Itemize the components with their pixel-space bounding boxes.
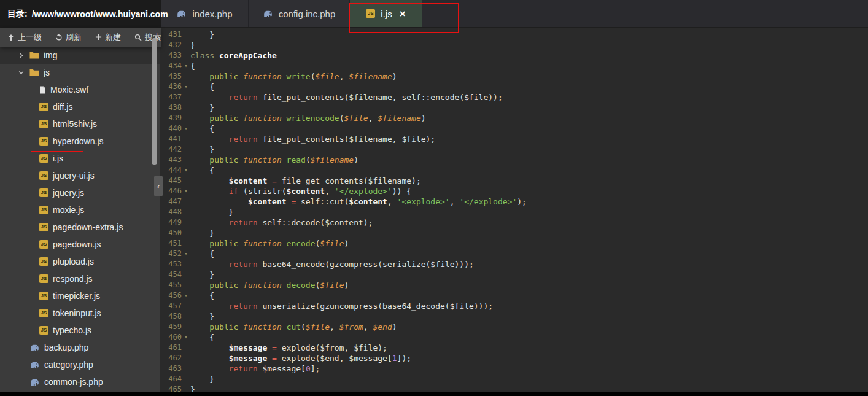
tree-item-label: jquery.js [53, 188, 84, 198]
code-line-455[interactable]: 455 public function decode($file) [161, 280, 868, 290]
tab-label: i.js [381, 9, 392, 19]
tab-label: index.php [192, 9, 232, 19]
js-file-icon: JS [39, 188, 48, 197]
fold-gutter [182, 134, 190, 144]
line-number: 462 [161, 353, 182, 363]
code-line-449[interactable]: 449 return self::decode($content); [161, 217, 868, 228]
tree-item-tokeninput.js[interactable]: JStokeninput.js [0, 305, 160, 322]
tree-item-label: category.php [44, 360, 93, 370]
code-line-445[interactable]: 445 $content = file_get_contents($filena… [161, 176, 868, 186]
tab-index.php[interactable]: index.php [161, 0, 249, 27]
code-line-442[interactable]: 442 } [161, 144, 868, 155]
tree-indent [26, 309, 35, 317]
code-line-text: public function cut($file, $from, $end) [190, 322, 397, 332]
chevron-right-icon[interactable] [17, 51, 25, 60]
line-number: 459 [161, 322, 182, 332]
code-line-440[interactable]: 440▾ { [161, 123, 868, 134]
line-number: 457 [161, 301, 182, 311]
fold-marker-icon[interactable]: ▾ [182, 332, 190, 343]
tree-item-moxie.js[interactable]: JSmoxie.js [0, 201, 160, 219]
tree-item-js[interactable]: js [0, 64, 160, 81]
tree-item-backup.php[interactable]: backup.php [0, 339, 160, 356]
code-line-text: if (stristr($content, '</explode>')) { [190, 186, 411, 196]
code-line-438[interactable]: 438 } [161, 103, 868, 113]
tree-item-common-js.php[interactable]: common-js.php [0, 373, 160, 390]
tree-item-html5shiv.js[interactable]: JShtml5shiv.js [0, 115, 160, 133]
code-line-text: return file_put_contents($filename, self… [190, 92, 503, 103]
refresh-button[interactable]: 刷新 [55, 32, 82, 43]
fold-marker-icon[interactable]: ▾ [182, 290, 190, 301]
tree-item-plupload.js[interactable]: JSplupload.js [0, 253, 160, 270]
refresh-label: 刷新 [66, 32, 82, 43]
tree-item-typecho.js[interactable]: JStypecho.js [0, 322, 160, 339]
tab-config.inc.php[interactable]: config.inc.php [249, 0, 350, 27]
line-number: 458 [161, 311, 182, 322]
code-editor[interactable]: 431 }432}433class coreAppCache434▾{435 p… [161, 28, 868, 396]
sidebar-collapse-handle[interactable]: ‹ [154, 176, 163, 196]
chevron-down-icon[interactable] [17, 68, 25, 77]
code-line-446[interactable]: 446▾ if (stristr($content, '</explode>')… [161, 186, 868, 196]
sidebar-scrollbar[interactable] [152, 38, 157, 165]
code-line-text: } [190, 270, 214, 280]
new-file-button[interactable]: 新建 [95, 32, 121, 43]
code-line-451[interactable]: 451 public function encode($file) [161, 238, 868, 249]
tree-item-diff.js[interactable]: JSdiff.js [0, 98, 160, 115]
tree-indent [17, 378, 25, 386]
fold-marker-icon[interactable]: ▾ [182, 186, 190, 196]
fold-marker-icon[interactable]: ▾ [182, 249, 190, 259]
code-line-439[interactable]: 439 public function writenocode($file, $… [161, 113, 868, 123]
tree-indent [26, 223, 35, 231]
fold-marker-icon[interactable]: ▾ [182, 61, 190, 71]
code-line-452[interactable]: 452▾ { [161, 249, 868, 259]
close-tab-icon[interactable]: × [400, 9, 406, 19]
fold-marker-icon[interactable]: ▾ [182, 165, 190, 176]
tree-indent [26, 171, 35, 180]
tree-item-jquery-ui.js[interactable]: JSjquery-ui.js [0, 167, 160, 184]
code-line-444[interactable]: 444▾ { [161, 165, 868, 176]
line-number: 439 [161, 113, 182, 123]
code-line-436[interactable]: 436▾ { [161, 82, 868, 92]
tree-item-img[interactable]: img [0, 47, 160, 64]
code-line-447[interactable]: 447 $content = self::cut($content, '<exp… [161, 196, 868, 207]
line-number: 452 [161, 249, 182, 259]
code-line-463[interactable]: 463 return $message[0]; [161, 363, 868, 374]
tree-item-category.php[interactable]: category.php [0, 356, 160, 373]
tree-item-jquery.js[interactable]: JSjquery.js [0, 184, 160, 201]
tree-item-respond.js[interactable]: JSrespond.js [0, 270, 160, 287]
fold-marker-icon[interactable]: ▾ [182, 123, 190, 134]
code-line-456[interactable]: 456▾ { [161, 290, 868, 301]
code-line-457[interactable]: 457 return unserialize(gzuncompress(base… [161, 301, 868, 311]
tree-item-i.js[interactable]: JSi.js [0, 150, 160, 167]
code-line-443[interactable]: 443 public function read($filename) [161, 155, 868, 165]
tree-item-timepicker.js[interactable]: JStimepicker.js [0, 287, 160, 305]
code-line-text: $message = explode($from, $file); [190, 343, 387, 353]
code-line-461[interactable]: 461 $message = explode($from, $file); [161, 343, 868, 353]
code-line-458[interactable]: 458 } [161, 311, 868, 322]
code-line-459[interactable]: 459 public function cut($file, $from, $e… [161, 322, 868, 332]
code-line-431[interactable]: 431 } [161, 29, 868, 40]
code-line-text: return base64_encode(gzcompress(serializ… [190, 259, 474, 270]
code-line-434[interactable]: 434▾{ [161, 61, 868, 71]
tree-item-pagedown-extra.js[interactable]: JSpagedown-extra.js [0, 219, 160, 236]
folder-icon [29, 52, 39, 59]
code-line-435[interactable]: 435 public function write($file, $filena… [161, 71, 868, 82]
code-line-454[interactable]: 454 } [161, 270, 868, 280]
fold-marker-icon[interactable]: ▾ [182, 82, 190, 92]
up-level-button[interactable]: 上一级 [7, 32, 42, 43]
code-line-437[interactable]: 437 return file_put_contents($filename, … [161, 92, 868, 103]
code-line-453[interactable]: 453 return base64_encode(gzcompress(seri… [161, 259, 868, 270]
code-line-text: $content = self::cut($content, '<explode… [190, 196, 527, 207]
line-number: 436 [161, 82, 182, 92]
code-line-432[interactable]: 432} [161, 40, 868, 50]
code-line-450[interactable]: 450 } [161, 228, 868, 238]
tree-item-hyperdown.js[interactable]: JShyperdown.js [0, 133, 160, 150]
tree-item-pagedown.js[interactable]: JSpagedown.js [0, 236, 160, 253]
code-line-448[interactable]: 448 } [161, 207, 868, 217]
code-line-464[interactable]: 464 } [161, 374, 868, 384]
code-line-433[interactable]: 433class coreAppCache [161, 50, 868, 61]
code-line-462[interactable]: 462 $message = explode($end, $message[1]… [161, 353, 868, 363]
tree-item-Moxie.swf[interactable]: Moxie.swf [0, 81, 160, 98]
code-line-460[interactable]: 460▾ { [161, 332, 868, 343]
code-line-441[interactable]: 441 return file_put_contents($filename, … [161, 134, 868, 144]
tab-i.js[interactable]: JSi.js× [350, 0, 422, 27]
